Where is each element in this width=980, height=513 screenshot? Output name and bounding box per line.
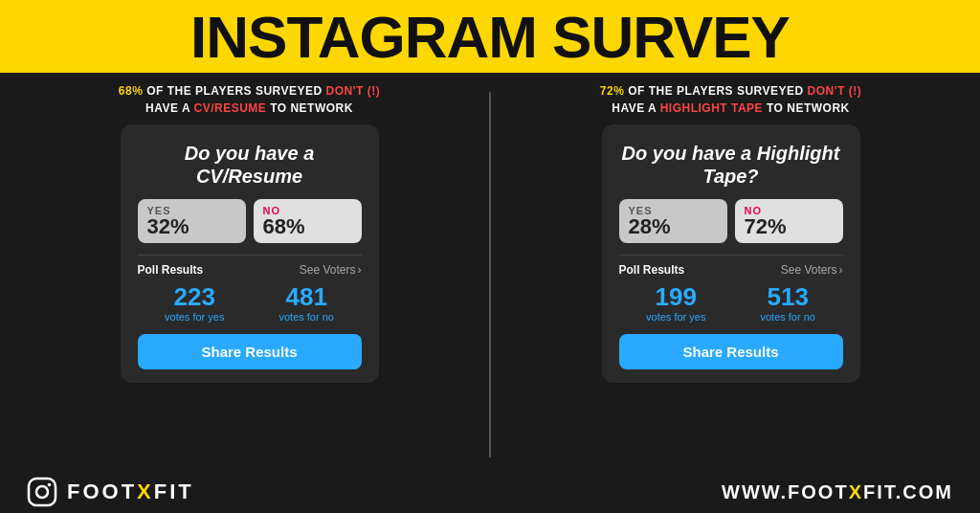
right-chevron-icon: › bbox=[839, 263, 843, 277]
right-no-pct: 72% bbox=[745, 216, 787, 237]
right-no-option: NO 72% bbox=[735, 199, 843, 243]
instagram-icon bbox=[27, 477, 57, 507]
right-poll-options: YES 28% NO 72% bbox=[619, 199, 843, 243]
right-network: TO NETWORK bbox=[763, 101, 850, 115]
website-suffix: FIT.COM bbox=[863, 481, 953, 502]
right-poll-card: Do you have a Highlight Tape? YES 28% NO… bbox=[602, 124, 860, 383]
left-poll-question: Do you have a CV/Resume bbox=[138, 142, 362, 188]
right-have: HAVE A bbox=[612, 101, 659, 115]
left-network: TO NETWORK bbox=[266, 101, 353, 115]
left-no-votes-label: votes for no bbox=[278, 311, 334, 323]
right-yes-pct: 28% bbox=[629, 216, 671, 237]
brand-foot: FOOT bbox=[67, 480, 137, 503]
header: INSTAGRAM SURVEY bbox=[0, 0, 980, 73]
right-yes-votes-label: votes for yes bbox=[646, 311, 705, 323]
svg-point-1 bbox=[36, 486, 48, 498]
footer: FOOTXFIT WWW.FOOTXFIT.COM bbox=[0, 469, 980, 513]
right-no-votes-label: votes for no bbox=[760, 311, 815, 323]
right-results-header: Poll Results See Voters › bbox=[619, 255, 843, 277]
website-url: WWW.FOOTXFIT.COM bbox=[722, 481, 953, 503]
left-chevron-icon: › bbox=[358, 263, 362, 277]
vertical-divider bbox=[489, 92, 491, 457]
left-no-vote-count: 481 votes for no bbox=[278, 284, 334, 323]
right-stat-text: 72% OF THE PLAYERS SURVEYED DON'T (!) HA… bbox=[600, 82, 861, 117]
left-no-option: NO 68% bbox=[254, 199, 362, 243]
left-results-label: Poll Results bbox=[138, 263, 204, 277]
right-yes-option: YES 28% bbox=[619, 199, 727, 243]
svg-rect-0 bbox=[29, 479, 56, 505]
left-have: HAVE A bbox=[145, 101, 193, 115]
main-content: 68% OF THE PLAYERS SURVEYED DON'T (!) HA… bbox=[0, 73, 980, 467]
right-highlight: HIGHLIGHT TAPE bbox=[660, 101, 763, 115]
right-yes-vote-count: 199 votes for yes bbox=[646, 284, 705, 323]
right-panel: 72% OF THE PLAYERS SURVEYED DON'T (!) HA… bbox=[510, 82, 951, 467]
left-yes-votes-number: 223 bbox=[165, 284, 224, 309]
right-results-label: Poll Results bbox=[619, 263, 685, 277]
right-dont: DON'T (!) bbox=[808, 84, 862, 98]
brand-name: FOOTXFIT bbox=[67, 480, 194, 504]
brand-x: X bbox=[137, 480, 154, 503]
left-no-votes-number: 481 bbox=[278, 284, 334, 309]
left-yes-pct: 32% bbox=[147, 216, 189, 237]
svg-point-2 bbox=[48, 483, 52, 487]
left-dont: DON'T (!) bbox=[326, 84, 381, 98]
page-title: INSTAGRAM SURVEY bbox=[0, 8, 980, 67]
left-share-button[interactable]: Share Results bbox=[138, 334, 362, 369]
left-middle: OF THE PLAYERS SURVEYED bbox=[143, 84, 325, 98]
left-see-voters[interactable]: See Voters › bbox=[300, 263, 362, 277]
right-poll-question: Do you have a Highlight Tape? bbox=[619, 142, 843, 188]
right-share-button[interactable]: Share Results bbox=[619, 334, 843, 369]
right-yes-votes-number: 199 bbox=[646, 284, 705, 309]
right-no-vote-count: 513 votes for no bbox=[760, 284, 815, 323]
right-middle: OF THE PLAYERS SURVEYED bbox=[624, 84, 807, 98]
left-yes-votes-label: votes for yes bbox=[165, 311, 224, 323]
page: INSTAGRAM SURVEY 68% OF THE PLAYERS SURV… bbox=[0, 0, 980, 513]
left-panel: 68% OF THE PLAYERS SURVEYED DON'T (!) HA… bbox=[29, 82, 470, 467]
right-pct: 72% bbox=[600, 84, 625, 98]
left-votes-row: 223 votes for yes 481 votes for no bbox=[138, 284, 362, 323]
right-see-voters[interactable]: See Voters › bbox=[781, 263, 843, 277]
right-no-votes-number: 513 bbox=[760, 284, 815, 309]
website-x: X bbox=[849, 481, 863, 502]
website-prefix: WWW.FOOT bbox=[722, 481, 849, 502]
left-yes-option: YES 32% bbox=[138, 199, 246, 243]
left-no-pct: 68% bbox=[263, 216, 305, 237]
brand-section: FOOTXFIT bbox=[27, 477, 194, 507]
right-votes-row: 199 votes for yes 513 votes for no bbox=[619, 284, 843, 323]
left-stat-text: 68% OF THE PLAYERS SURVEYED DON'T (!) HA… bbox=[119, 82, 380, 117]
left-poll-card: Do you have a CV/Resume YES 32% NO 68% P… bbox=[121, 124, 379, 383]
left-cv: CV/RESUME bbox=[193, 101, 266, 115]
brand-fit: FIT bbox=[154, 480, 194, 503]
left-yes-vote-count: 223 votes for yes bbox=[165, 284, 224, 323]
left-poll-options: YES 32% NO 68% bbox=[138, 199, 362, 243]
left-results-header: Poll Results See Voters › bbox=[138, 255, 362, 277]
left-pct: 68% bbox=[119, 84, 144, 98]
